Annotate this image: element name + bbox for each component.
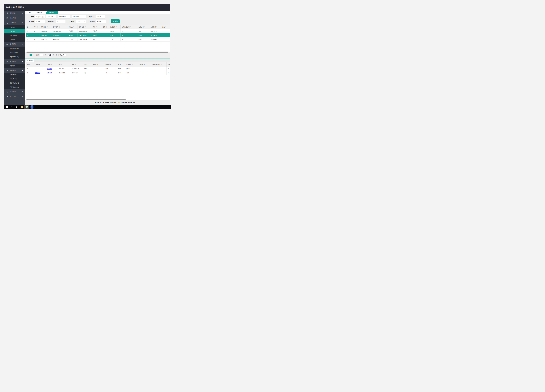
column-header-phone[interactable]: 联络电话	[78, 25, 92, 29]
date-type-select[interactable]: 订单日期	[46, 15, 56, 18]
cell-product-code[interactable]: 5226002	[45, 67, 58, 71]
keyword-input[interactable]	[36, 16, 44, 18]
filter-funnel-icon[interactable]	[96, 26, 97, 28]
close-icon[interactable]: ✕	[55, 12, 56, 13]
tab-order-confirm[interactable]: 订单确认✕	[35, 11, 46, 14]
cell-link[interactable]: 5226014	[47, 72, 52, 74]
sort-icon[interactable]	[37, 26, 38, 28]
cell-link[interactable]: 查看图片	[35, 72, 40, 74]
column-header-spec[interactable]: 规格	[70, 62, 83, 67]
column-header-currency[interactable]: 币种	[92, 25, 101, 29]
detail-scrollbar-thumb[interactable]	[27, 99, 126, 100]
filter-funnel-icon[interactable]	[41, 64, 42, 65]
filter-funnel-icon[interactable]	[106, 26, 107, 28]
filter-funnel-icon[interactable]	[130, 26, 131, 28]
sidebar-item-account-mgmt[interactable]: 账号管理	[4, 94, 25, 99]
filter-funnel-icon[interactable]	[145, 64, 146, 65]
sidebar-item-order-collab[interactable]: 订单协同	[4, 20, 25, 25]
filter-funnel-icon[interactable]	[121, 64, 122, 65]
filter-funnel-icon[interactable]	[161, 64, 162, 65]
sidebar-item-return-list[interactable]: 退货列表	[4, 64, 25, 68]
column-header-product-name[interactable]: 品名	[58, 62, 70, 67]
table-row[interactable]: 2查看图片52260140IYWOP6适用于0秒...根-根10004.24--…	[26, 71, 170, 75]
cell-product-image[interactable]: 查看图片	[33, 71, 45, 75]
filter-funnel-icon[interactable]	[144, 26, 145, 28]
column-header-remark[interactable]: 备注	[161, 25, 170, 29]
tab-home[interactable]: 首页	[25, 11, 35, 14]
stockin-status-select[interactable]: 全部	[76, 20, 86, 23]
filter-funnel-icon[interactable]	[116, 26, 117, 28]
column-header-contact[interactable]: 联络人	[67, 25, 78, 29]
date-from-input[interactable]: 2018-08-29	[58, 15, 70, 18]
filter-funnel-icon[interactable]	[62, 64, 63, 65]
page-1-button[interactable]: 1	[30, 54, 32, 56]
column-header-product-code[interactable]: 产品代码	[45, 62, 58, 67]
sidebar-item-invoiced-list[interactable]: 已开票信息列表	[4, 85, 25, 89]
next-page-button[interactable]: ›	[34, 54, 36, 56]
sidebar-item-return-collab[interactable]: 退货协同	[4, 59, 25, 64]
filter-funnel-icon[interactable]	[53, 64, 54, 65]
column-header-qty-total[interactable]: 数量合计	[109, 25, 121, 29]
closed-status-select[interactable]: 未结案	[96, 20, 106, 23]
table-row[interactable]: 15226002总PZJVJ7ZC-BBDWDPCS-PCS100034.768…	[26, 67, 170, 71]
sidebar-item-new-delivery-notice[interactable]: 新增送货通知单	[4, 47, 25, 51]
column-header-seq[interactable]: 序号	[26, 62, 33, 67]
sidebar-item-temp-delivery-list[interactable]: 暂存送货列表	[4, 51, 25, 55]
scroll-left-arrow-icon[interactable]	[25, 52, 26, 53]
expand-row-icon[interactable]: 〉	[27, 38, 29, 40]
taskbar-file-explorer-button[interactable]	[19, 105, 25, 109]
expand-row-icon[interactable]: 〉	[27, 30, 29, 32]
sort-icon[interactable]	[31, 63, 31, 66]
sidebar-item-quote-collab[interactable]: 报价协同	[4, 16, 25, 20]
column-header-amount-total[interactable]: 金额合计	[137, 25, 149, 29]
filter-funnel-icon[interactable]	[156, 26, 157, 28]
tab-order-detail[interactable]: 订单明细	[25, 59, 34, 62]
column-header-unit[interactable]: 单位	[83, 62, 91, 67]
column-header-aux-unit[interactable]: 辅助单位	[91, 62, 104, 67]
sidebar-item-week-plan-list[interactable]: 周计划列表	[4, 33, 25, 38]
confirm-status-select[interactable]: 未确认	[96, 15, 105, 18]
search-button[interactable]: 查询	[111, 19, 120, 23]
sidebar-item-info-collab[interactable]: 信息协同	[4, 89, 25, 94]
orders-scrollbar-thumb[interactable]	[27, 52, 168, 53]
close-icon[interactable]: ✕	[43, 12, 44, 13]
filter-funnel-icon[interactable]	[75, 64, 76, 65]
sidebar-item-order-list[interactable]: 订单列表	[4, 29, 25, 33]
filter-funnel-icon[interactable]	[85, 26, 86, 28]
column-header-product-image[interactable]: 产品图片	[33, 62, 45, 67]
prev-page-button[interactable]: ‹	[26, 54, 29, 56]
taskbar-search-button[interactable]	[9, 105, 14, 109]
column-header-order-no[interactable]: 订单编号	[52, 25, 67, 29]
filter-funnel-icon[interactable]	[73, 26, 74, 28]
scroll-left-arrow-icon[interactable]	[25, 99, 26, 100]
filter-funnel-icon[interactable]	[88, 64, 89, 65]
column-header-tax-amount[interactable]: 含税金额	[167, 62, 170, 67]
filter-funnel-icon[interactable]	[132, 64, 133, 65]
column-header-seq[interactable]: 序号	[33, 25, 39, 29]
accept-status-select[interactable]: 全部	[56, 20, 66, 23]
sidebar-item-new-reconcile[interactable]: 新增对账单	[4, 73, 25, 77]
column-header-aux-qty[interactable]: 辅助数量	[138, 62, 151, 67]
tab-order-list[interactable]: 订单列表✕	[46, 11, 58, 14]
sidebar-item-uninvoiced-list[interactable]: 未开票信息列表	[4, 81, 25, 85]
table-row[interactable]: 〉12025-02-13P250213001李仁清13822163289人民币1…	[26, 29, 170, 33]
cell-op[interactable]: 〉	[26, 37, 33, 41]
sidebar-item-reconcile-collab[interactable]: 对账协同	[4, 68, 25, 73]
column-header-qty[interactable]: 数量	[117, 62, 125, 67]
page-size-select[interactable]: 30 条/页	[58, 54, 66, 56]
filter-funnel-icon[interactable]	[59, 26, 60, 28]
column-header-delivery-date[interactable]: 交货日期	[149, 25, 161, 29]
cell-link[interactable]: 5226002	[47, 68, 52, 70]
cell-op[interactable]: 〉	[26, 29, 33, 33]
ship-status-select[interactable]: 未发货	[35, 20, 45, 23]
column-header-aux-tax-price[interactable]: 辅助含税单价	[151, 62, 167, 67]
taskbar-start-button[interactable]	[4, 105, 9, 109]
sidebar-item-order-confirm[interactable]: 订单确认	[4, 25, 25, 29]
cell-op[interactable]: 〉	[26, 33, 33, 37]
taskbar-chrome-button[interactable]	[25, 105, 29, 109]
column-header-order-date[interactable]: 订单日期	[39, 25, 52, 29]
goto-confirm-button[interactable]: 确定	[48, 54, 52, 56]
table-row[interactable]: 〉32019-04-04P190404007李仁清13822163289人民币1…	[26, 37, 170, 42]
filter-funnel-icon[interactable]	[111, 64, 112, 65]
column-header-settle-unit[interactable]: 结算单位	[104, 62, 117, 67]
